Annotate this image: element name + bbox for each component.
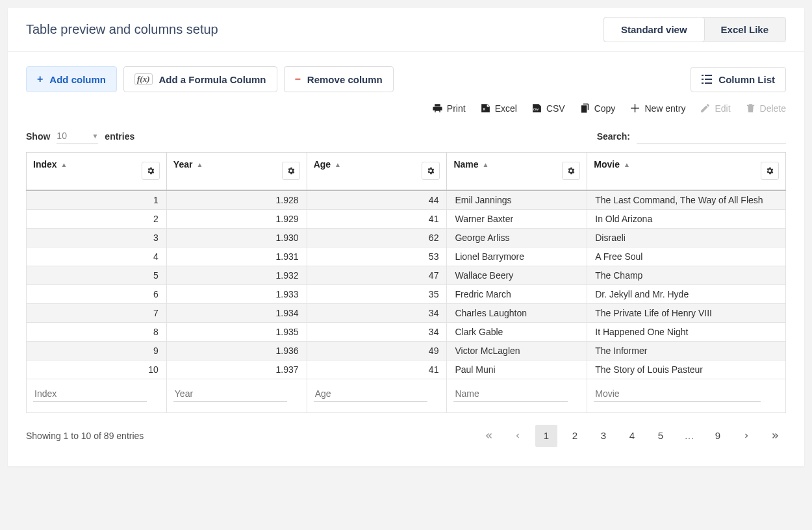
column-filter-input[interactable]: [173, 386, 287, 402]
table-cell: George Arliss: [447, 228, 587, 247]
print-action[interactable]: Print: [432, 103, 466, 114]
new-entry-action[interactable]: New entry: [629, 103, 685, 114]
svg-text:csv: csv: [533, 108, 539, 111]
column-list-button[interactable]: Column List: [691, 67, 786, 92]
page-last[interactable]: [764, 425, 786, 447]
column-filter-input[interactable]: [453, 386, 567, 402]
page-number[interactable]: 4: [621, 425, 643, 447]
toolbar: + Add column f(x) Add a Formula Column −…: [8, 52, 804, 99]
table-row[interactable]: 61.93335Fredric MarchDr. Jekyll and Mr. …: [27, 284, 786, 303]
csv-action[interactable]: csv CSV: [531, 103, 565, 114]
table-row[interactable]: 101.93741Paul MuniThe Story of Louis Pas…: [27, 360, 786, 379]
column-settings-button[interactable]: [422, 162, 440, 180]
page-number[interactable]: 1: [535, 425, 557, 447]
column-settings-button[interactable]: [142, 162, 160, 180]
svg-rect-1: [705, 75, 712, 76]
page-number[interactable]: 2: [564, 425, 586, 447]
column-header[interactable]: Year ▲: [166, 153, 307, 190]
entries-select[interactable]: 10 ▼: [57, 128, 98, 144]
column-filter-input[interactable]: [314, 386, 427, 402]
table-cell: Paul Muni: [447, 360, 587, 379]
excel-action[interactable]: X Excel: [480, 103, 517, 114]
table-cell: 53: [307, 247, 447, 266]
table-row[interactable]: 31.93062George ArlissDisraeli: [27, 228, 786, 247]
panel: Table preview and columns setup Standard…: [8, 8, 804, 466]
table-cell: 6: [27, 284, 167, 303]
table-foot: [27, 379, 786, 412]
table-cell: 8: [27, 322, 167, 341]
table-cell: 47: [307, 266, 447, 284]
table-cell: 1: [27, 190, 167, 210]
csv-icon: csv: [531, 103, 542, 114]
page-number[interactable]: 9: [707, 425, 729, 447]
column-settings-button[interactable]: [562, 162, 580, 180]
table-cell: 41: [307, 360, 447, 379]
svg-rect-2: [702, 79, 704, 80]
column-header[interactable]: Name ▲: [447, 153, 587, 190]
table-cell: 1.928: [166, 190, 307, 210]
page-number[interactable]: 3: [592, 425, 615, 447]
svg-rect-5: [705, 82, 712, 84]
add-formula-column-button[interactable]: f(x) Add a Formula Column: [123, 66, 277, 92]
table-cell: 1.933: [166, 284, 307, 303]
column-header[interactable]: Age ▲: [307, 153, 447, 190]
svg-rect-4: [702, 82, 704, 84]
remove-column-button[interactable]: − Remove column: [284, 66, 394, 92]
svg-rect-0: [702, 75, 704, 76]
page-number[interactable]: 5: [650, 425, 672, 447]
table-row[interactable]: 81.93534Clark GableIt Happened One Night: [27, 322, 786, 341]
table-cell: The Private Life of Henry VIII: [587, 303, 786, 322]
excel-icon: X: [480, 103, 491, 114]
copy-action[interactable]: Copy: [579, 103, 616, 114]
column-header[interactable]: Movie ▲: [587, 153, 786, 190]
minus-icon: −: [295, 73, 301, 85]
table-cell: The Champ: [587, 266, 786, 284]
table-cell: Dr. Jekyll and Mr. Hyde: [587, 284, 786, 303]
page-prev[interactable]: [507, 425, 529, 447]
table-cell: 7: [27, 303, 167, 322]
edit-action[interactable]: Edit: [700, 103, 730, 114]
page-next[interactable]: [735, 425, 757, 447]
table-cell: 3: [27, 228, 167, 247]
column-label: Movie: [594, 159, 620, 170]
column-settings-button[interactable]: [282, 162, 300, 180]
sort-icon: ▲: [196, 161, 203, 168]
csv-label: CSV: [546, 103, 565, 114]
table-cell: Warner Baxter: [447, 209, 587, 228]
table-cell: 9: [27, 341, 167, 360]
table-row[interactable]: 21.92941Warner BaxterIn Old Arizona: [27, 209, 786, 228]
column-header[interactable]: Index ▲: [27, 153, 167, 190]
tab-standard-view[interactable]: Standard view: [604, 18, 704, 42]
panel-header: Table preview and columns setup Standard…: [8, 8, 804, 52]
column-label: Index: [33, 159, 57, 170]
sort-icon: ▲: [61, 161, 68, 168]
copy-label: Copy: [594, 103, 616, 114]
table-cell: A Free Soul: [587, 247, 786, 266]
column-settings-button[interactable]: [761, 162, 779, 180]
table-row[interactable]: 41.93153Lionel BarrymoreA Free Soul: [27, 247, 786, 266]
column-list-label: Column List: [718, 74, 775, 85]
search-input[interactable]: [637, 128, 786, 144]
table-cell: 4: [27, 247, 167, 266]
table-cell: 1.931: [166, 247, 307, 266]
caret-down-icon: ▼: [92, 132, 98, 140]
table-cell: 1.937: [166, 360, 307, 379]
search-box: Search:: [597, 128, 786, 144]
page-first[interactable]: [478, 425, 500, 447]
table-cell: Disraeli: [587, 228, 786, 247]
table-cell: 5: [27, 266, 167, 284]
table-row[interactable]: 91.93649Victor McLaglenThe Informer: [27, 341, 786, 360]
table-row[interactable]: 11.92844Emil JanningsThe Last Command, T…: [27, 190, 786, 210]
plus-icon: +: [37, 73, 43, 85]
table-cell: Lionel Barrymore: [447, 247, 587, 266]
table-cell: 1.930: [166, 228, 307, 247]
table-row[interactable]: 71.93434Charles LaughtonThe Private Life…: [27, 303, 786, 322]
add-column-button[interactable]: + Add column: [26, 66, 117, 92]
column-filter-input[interactable]: [594, 386, 760, 402]
delete-action[interactable]: Delete: [745, 103, 786, 114]
tab-excel-like[interactable]: Excel Like: [704, 18, 785, 42]
table-row[interactable]: 51.93247Wallace BeeryThe Champ: [27, 266, 786, 284]
column-label: Age: [314, 159, 331, 170]
column-filter-input[interactable]: [33, 386, 147, 402]
copy-icon: [579, 103, 590, 114]
